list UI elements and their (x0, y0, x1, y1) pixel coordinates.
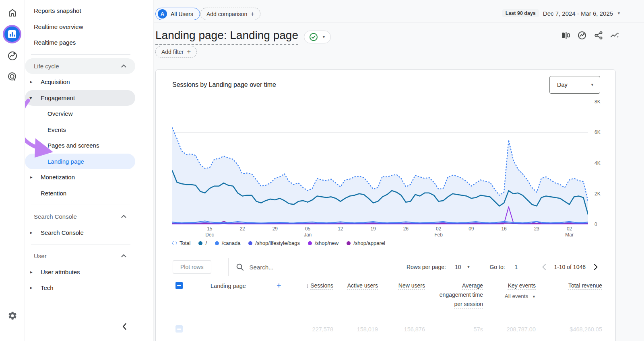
add-filter-button[interactable]: Add filter + (155, 46, 197, 58)
triangle-right-icon[interactable]: ▸ (30, 269, 33, 275)
plot-rows-button[interactable]: Plot rows (173, 260, 211, 274)
search-input[interactable] (250, 264, 338, 271)
chevron-up-icon[interactable] (121, 255, 126, 260)
segment-chip-all-users[interactable]: A All Users (155, 8, 200, 20)
sidebar-item-events[interactable]: Events (25, 122, 135, 138)
x-axis-tick: 15Dec (201, 226, 219, 238)
previous-page-button[interactable] (539, 262, 549, 272)
triangle-right-icon[interactable]: ▸ (30, 285, 33, 290)
column-header-label[interactable]: Average engagement time per session (440, 282, 483, 307)
sidebar-item-search-console[interactable]: ▸Search Console (25, 225, 135, 241)
sessions-time-series-chart[interactable] (172, 102, 588, 224)
sidebar-item-engagement[interactable]: ▾Engagement (25, 90, 135, 106)
topbar-divider (154, 23, 644, 23)
chevron-down-icon: ▼ (532, 295, 536, 299)
triangle-right-icon[interactable]: ▸ (30, 230, 33, 235)
comparison-icon (561, 31, 570, 40)
toolbar-divider (228, 258, 229, 276)
sidebar-label: Search Console (41, 229, 84, 236)
triangle-right-icon[interactable]: ▸ (30, 79, 33, 84)
sidebar-item-acquisition[interactable]: ▸Acquisition (25, 74, 135, 90)
gear-icon (8, 311, 17, 320)
row-checkbox[interactable] (175, 325, 183, 333)
x-axis-tick: 19 (364, 226, 382, 232)
legend-item-canada[interactable]: /canada (215, 240, 240, 246)
sidebar-item-retention[interactable]: Retention (25, 185, 135, 201)
insights-button[interactable] (577, 31, 587, 40)
column-header-label[interactable]: Total revenue (568, 282, 602, 289)
sidebar-label: Monetization (41, 174, 75, 181)
sidebar-item-monetization[interactable]: ▸Monetization (25, 169, 135, 185)
y-axis-tick: 8K (594, 99, 607, 105)
column-header-key-events[interactable]: Key eventsAll events ▼ (483, 281, 536, 302)
column-header-label[interactable]: Active users (347, 282, 378, 289)
comparison-panel-button[interactable] (561, 31, 570, 40)
legend-swatch (215, 241, 219, 245)
column-header-label[interactable]: Key events (508, 282, 536, 289)
sidebar-item-realtime-pages[interactable]: Realtime pages (25, 35, 135, 51)
report-status-menu[interactable]: ▼ (304, 31, 331, 43)
sparkline-insights-button[interactable] (610, 31, 620, 40)
goto-page-input[interactable]: 1 (515, 264, 518, 270)
sidebar-label: Pages and screens (47, 142, 99, 149)
column-header-label[interactable]: Sessions (310, 282, 333, 289)
legend-item-shop-lifestyle-bags[interactable]: /shop/lifestyle/bags (248, 240, 300, 246)
x-axis-tick: 05Jan (299, 226, 317, 238)
chevron-left-icon (122, 323, 127, 330)
sidebar-section-user[interactable]: User (25, 248, 135, 264)
key-events-filter[interactable]: All events ▼ (483, 292, 536, 302)
add-dimension-button[interactable]: + (277, 281, 281, 290)
select-all-checkbox[interactable] (175, 282, 183, 289)
chevron-down-icon[interactable]: ▼ (467, 265, 471, 269)
granularity-select[interactable]: Day ▼ (549, 76, 600, 94)
rail-settings-button[interactable] (0, 307, 25, 325)
plus-icon: + (250, 10, 254, 18)
sidebar-item-pages-and-screens[interactable]: Pages and screens (25, 138, 135, 154)
title-row: Landing page: Landing page ▼ (155, 29, 331, 45)
next-page-button[interactable] (590, 262, 601, 272)
legend-item-shop-new[interactable]: /shop/new (308, 240, 339, 246)
column-header-sessions[interactable]: ↓Sessions (285, 281, 333, 290)
sidebar-item-realtime-overview[interactable]: Realtime overview (25, 19, 135, 35)
rail-reports-button[interactable] (3, 25, 21, 43)
rows-per-page-value[interactable]: 10 (455, 264, 461, 270)
add-comparison-button[interactable]: Add comparison + (200, 8, 260, 20)
rail-explore-button[interactable] (0, 47, 25, 65)
sidebar-label: Events (47, 126, 66, 133)
rail-advertising-button[interactable] (0, 68, 25, 86)
sidebar-item-landing-page[interactable]: Landing page (25, 154, 135, 170)
sidebar-item-user-attributes[interactable]: ▸User attributes (25, 264, 135, 280)
y-axis-tick: 6K (594, 129, 607, 135)
date-range-picker[interactable]: Last 90 days Dec 7, 2024 - Mar 6, 2025 ▼ (502, 9, 621, 17)
share-button[interactable] (594, 31, 603, 40)
legend-label: /shop/lifestyle/bags (255, 240, 300, 246)
sidebar-section-search-console[interactable]: Search Console (25, 209, 135, 225)
legend-item-shop-apparel[interactable]: /shop/apparel (347, 240, 385, 246)
sidebar-item-tech[interactable]: ▸Tech (25, 280, 135, 296)
column-header-new-users[interactable]: New users (393, 281, 425, 290)
x-axis-tick: 02Mar (561, 226, 578, 238)
sidebar-item-reports-snapshot[interactable]: Reports snapshot (25, 3, 135, 19)
totals-value: 156,876 (361, 326, 425, 333)
triangle-down-icon[interactable]: ▾ (29, 95, 32, 101)
plus-icon: + (187, 48, 191, 56)
chevron-up-icon[interactable] (121, 64, 126, 70)
page-title[interactable]: Landing page: Landing page (155, 29, 298, 45)
column-header-total-revenue[interactable]: Total revenue (562, 281, 602, 290)
rail-home-button[interactable] (0, 4, 25, 22)
column-header-active-users[interactable]: Active users (342, 281, 378, 290)
column-header-label[interactable]: New users (398, 282, 425, 289)
sidebar-label: Landing page (47, 158, 84, 165)
sidebar-section-life-cycle[interactable]: Life cycle (25, 58, 135, 74)
sidebar-item-overview[interactable]: Overview (25, 106, 135, 122)
chevron-up-icon[interactable] (121, 215, 126, 220)
totals-value: 208,787.00 (471, 326, 536, 333)
legend-item-[interactable]: / (198, 240, 207, 246)
column-header-average-engagement-time-per-session[interactable]: Average engagement time per session (438, 281, 483, 309)
dimension-column-header[interactable]: Landing page (196, 283, 260, 289)
chevron-left-icon (542, 264, 546, 270)
legend-item-total[interactable]: Total (172, 240, 190, 246)
triangle-right-icon[interactable]: ▸ (30, 175, 33, 180)
sparkline-stars-icon (610, 31, 620, 40)
sidebar-collapse-button[interactable] (119, 321, 130, 332)
